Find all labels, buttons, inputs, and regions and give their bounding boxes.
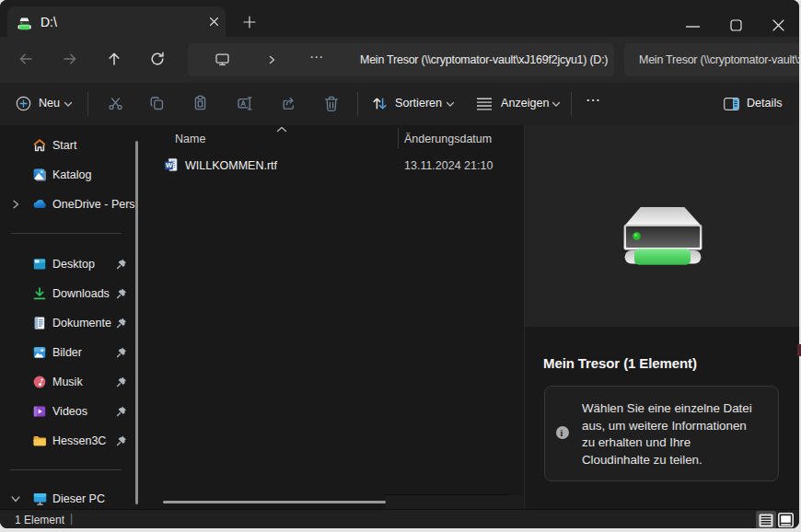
svg-text:W: W [166, 161, 173, 169]
